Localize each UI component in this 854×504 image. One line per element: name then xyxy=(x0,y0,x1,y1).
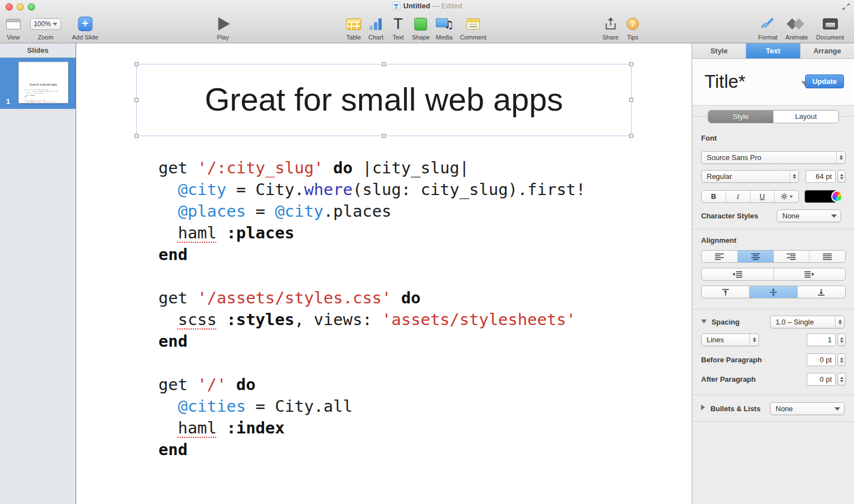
valign-bottom-icon xyxy=(817,288,826,296)
decrease-indent-button[interactable] xyxy=(702,268,774,280)
shape-button[interactable]: Shape xyxy=(412,14,430,41)
tips-button[interactable]: ? Tips xyxy=(627,14,639,41)
after-paragraph-stepper[interactable] xyxy=(837,373,846,386)
share-button[interactable]: Share xyxy=(602,14,618,41)
align-right-button[interactable] xyxy=(774,251,810,262)
diamonds-icon xyxy=(787,17,806,31)
document-button[interactable]: Document xyxy=(816,14,844,41)
slide-number: 1 xyxy=(6,97,10,106)
table-button[interactable]: Table xyxy=(346,14,361,41)
slide-title[interactable]: Great for small web apps xyxy=(137,81,631,118)
code-textbox[interactable]: get '/:city_slug' do |city_slug| @city =… xyxy=(158,157,585,461)
table-icon xyxy=(346,18,361,30)
play-icon xyxy=(219,17,230,31)
resize-handle[interactable] xyxy=(382,62,386,66)
chart-button[interactable]: Chart xyxy=(369,14,384,41)
comment-button[interactable]: Comment xyxy=(460,14,486,41)
after-paragraph-label: After Paragraph xyxy=(701,375,756,383)
resize-handle[interactable] xyxy=(135,98,138,102)
update-button[interactable]: Update xyxy=(805,74,844,88)
bullets-popup[interactable]: None xyxy=(770,402,845,415)
slide-thumbnail[interactable]: Great for small web apps get '/:city_slu… xyxy=(18,62,68,103)
font-weight-popup[interactable]: Regular xyxy=(701,170,799,183)
thumb-code: get '/:city_slug' do |city_slug| @city =… xyxy=(24,89,68,103)
document-icon xyxy=(822,18,837,29)
fullscreen-icon[interactable] xyxy=(842,2,851,11)
align-right-icon xyxy=(786,253,796,260)
resize-handle[interactable] xyxy=(382,134,386,138)
keynote-doc-icon xyxy=(392,2,400,12)
resize-handle[interactable] xyxy=(135,134,138,138)
question-icon: ? xyxy=(627,18,639,30)
align-center-button[interactable] xyxy=(738,251,774,262)
disclosure-triangle-icon[interactable] xyxy=(701,405,705,410)
view-button[interactable]: View xyxy=(6,14,21,41)
font-family-popup[interactable]: Source Sans Pro xyxy=(701,151,846,164)
thumb-title: Great for small web apps xyxy=(19,83,67,86)
align-center-icon xyxy=(751,253,761,260)
horizontal-align-segment xyxy=(701,250,846,263)
paragraph-style-name: Title* xyxy=(704,71,746,92)
before-paragraph-label: Before Paragraph xyxy=(701,356,762,364)
animate-button[interactable]: Animate xyxy=(786,14,808,41)
before-paragraph-stepper[interactable] xyxy=(837,353,846,366)
slide-canvas[interactable]: Great for small web apps get '/:city_slu… xyxy=(76,43,692,504)
spacing-section-label: Spacing xyxy=(701,318,739,326)
stepper-icon xyxy=(749,334,758,346)
tab-arrange[interactable]: Arrange xyxy=(801,43,854,58)
view-icon xyxy=(6,19,21,29)
resize-handle[interactable] xyxy=(629,134,633,138)
lines-stepper[interactable] xyxy=(837,333,846,346)
before-paragraph-field[interactable]: 0 pt xyxy=(807,353,836,366)
align-left-button[interactable] xyxy=(702,251,738,262)
share-icon xyxy=(604,17,617,31)
increase-indent-button[interactable] xyxy=(774,268,846,280)
paintbrush-icon xyxy=(761,17,775,31)
text-color-row xyxy=(692,190,854,203)
character-styles-popup[interactable]: None xyxy=(777,209,841,222)
resize-handle[interactable] xyxy=(135,62,138,66)
lines-value-field[interactable]: 1 xyxy=(807,333,836,346)
align-justify-button[interactable] xyxy=(810,251,845,262)
spacing-preset-popup[interactable]: 1.0 – Single xyxy=(770,316,845,328)
align-justify-icon xyxy=(822,253,832,260)
alignment-section-label: Alignment xyxy=(701,236,737,244)
play-button[interactable]: Play xyxy=(216,14,230,41)
text-button[interactable]: T Text xyxy=(393,14,404,41)
tab-style[interactable]: Style xyxy=(692,43,746,58)
subtab-style[interactable]: Style xyxy=(708,111,773,123)
chevron-down-icon xyxy=(53,23,57,26)
align-bottom-button[interactable] xyxy=(798,286,845,298)
font-section-label: Font xyxy=(701,134,717,142)
disclosure-triangle-icon[interactable] xyxy=(701,320,707,323)
after-paragraph-field[interactable]: 0 pt xyxy=(807,373,836,386)
indent-segment xyxy=(701,268,846,281)
tab-text[interactable]: Text xyxy=(746,43,800,58)
format-inspector: Style Text Arrange Title* Update Style L… xyxy=(692,43,854,504)
align-top-button[interactable] xyxy=(702,286,749,298)
character-styles-label: Character Styles xyxy=(701,212,758,220)
color-wheel-icon[interactable] xyxy=(831,191,843,202)
zoom-control[interactable]: 100% Zoom xyxy=(30,14,61,41)
slide-row[interactable]: 1 Great for small web apps get '/:city_s… xyxy=(0,58,76,109)
resize-handle[interactable] xyxy=(629,62,633,66)
add-slide-button[interactable]: + Add Slide xyxy=(72,14,98,41)
vertical-align-segment xyxy=(701,286,846,298)
bullets-section-label: Bullets & Lists xyxy=(701,405,761,413)
title-textbox-selected[interactable]: Great for small web apps xyxy=(136,64,632,136)
valign-middle-icon xyxy=(769,288,778,296)
format-button[interactable]: Format xyxy=(758,14,778,41)
valign-top-icon xyxy=(721,288,730,296)
window-title: Untitled — Edited xyxy=(0,2,854,12)
resize-handle[interactable] xyxy=(629,98,633,102)
titlebar: Untitled — Edited xyxy=(0,0,854,12)
media-button[interactable]: ♫ Media xyxy=(436,14,453,41)
paragraph-style-zone: Title* Update xyxy=(692,59,854,106)
align-middle-button[interactable] xyxy=(749,286,797,298)
zoom-popup[interactable]: 100% xyxy=(30,18,61,30)
font-size-field[interactable]: 64 pt xyxy=(806,170,836,183)
subtab-layout[interactable]: Layout xyxy=(773,111,838,123)
plus-icon: + xyxy=(78,17,92,31)
spacing-lines-popup[interactable]: Lines xyxy=(701,333,759,346)
font-size-stepper[interactable] xyxy=(837,170,846,183)
